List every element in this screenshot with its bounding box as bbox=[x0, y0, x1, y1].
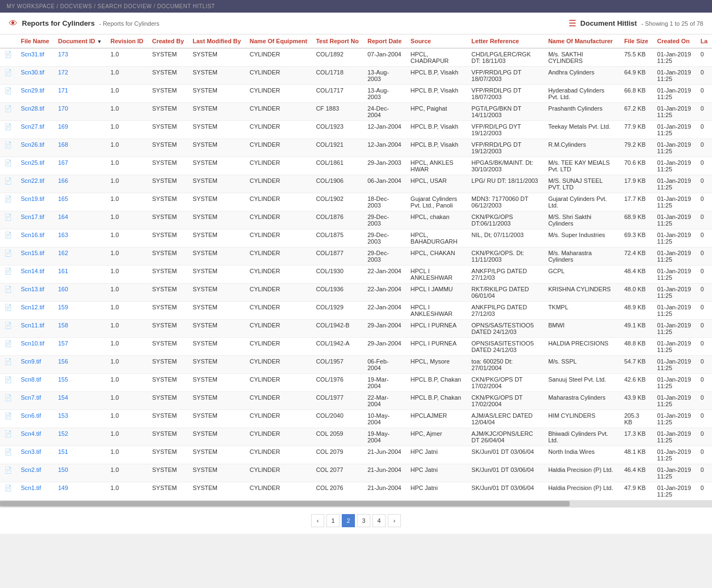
col-revisionid[interactable]: Revision ID bbox=[106, 34, 148, 48]
cell-filename[interactable]: Scn12.tif bbox=[16, 302, 54, 320]
cell-docid[interactable]: 157 bbox=[54, 338, 106, 356]
cell-filesize: 46.4 KB bbox=[620, 464, 653, 482]
cell-filename[interactable]: Scn11.tif bbox=[16, 320, 54, 338]
cell-filename[interactable]: Scn27.tif bbox=[16, 121, 54, 139]
cell-filename[interactable]: Scn9.tif bbox=[16, 356, 54, 374]
cell-docid[interactable]: 156 bbox=[54, 356, 106, 374]
cell-docid[interactable]: 165 bbox=[54, 193, 106, 211]
cell-filename[interactable]: Scn31.tif bbox=[16, 48, 54, 67]
cell-docid[interactable]: 152 bbox=[54, 428, 106, 446]
cell-filename[interactable]: Scn7.tif bbox=[16, 392, 54, 410]
cell-filename[interactable]: Scn19.tif bbox=[16, 193, 54, 211]
cell-filename[interactable]: Scn4.tif bbox=[16, 428, 54, 446]
col-source[interactable]: Source bbox=[406, 34, 467, 48]
cell-createdon: 01-Jan-2019 11:25 bbox=[653, 67, 696, 85]
cell-docid[interactable]: 163 bbox=[54, 229, 106, 247]
cell-filename[interactable]: Scn2.tif bbox=[16, 464, 54, 482]
cell-equipment: CYLINDER bbox=[245, 85, 312, 103]
horizontal-scrollbar[interactable] bbox=[0, 500, 712, 507]
pagination-page-3[interactable]: 3 bbox=[357, 514, 370, 527]
col-la[interactable]: La bbox=[696, 34, 712, 48]
cell-testreportno: COL 2077 bbox=[312, 464, 363, 482]
file-icon: 📄 bbox=[4, 394, 12, 401]
cell-docid[interactable]: 153 bbox=[54, 410, 106, 428]
cell-revisionid: 1.0 bbox=[106, 103, 148, 121]
cell-filename[interactable]: Scn28.tif bbox=[16, 103, 54, 121]
pagination-page-1[interactable]: 1 bbox=[326, 514, 340, 527]
cell-filename[interactable]: Scn22.tif bbox=[16, 175, 54, 193]
cell-docid[interactable]: 160 bbox=[54, 284, 106, 302]
col-reportdate[interactable]: Report Date bbox=[363, 34, 406, 48]
cell-docid[interactable]: 166 bbox=[54, 175, 106, 193]
cell-createdon: 01-Jan-2019 11:25 bbox=[653, 103, 696, 121]
pagination-prev[interactable]: ‹ bbox=[311, 514, 324, 527]
cell-manufacturer: KRISHNA CYLINDERS bbox=[544, 284, 620, 302]
cell-docid[interactable]: 164 bbox=[54, 211, 106, 229]
pagination-page-4[interactable]: 4 bbox=[372, 514, 386, 527]
cell-docid[interactable]: 173 bbox=[54, 48, 106, 67]
cell-equipment: CYLINDER bbox=[245, 482, 312, 500]
cell-docid[interactable]: 149 bbox=[54, 482, 106, 500]
cell-filename[interactable]: Scn16.tif bbox=[16, 229, 54, 247]
col-createdby[interactable]: Created By bbox=[148, 34, 188, 48]
cell-equipment: CYLINDER bbox=[245, 103, 312, 121]
cell-docid[interactable]: 171 bbox=[54, 85, 106, 103]
file-icon: 📄 bbox=[4, 268, 12, 274]
cell-docid[interactable]: 150 bbox=[54, 464, 106, 482]
cell-filename[interactable]: Scn15.tif bbox=[16, 247, 54, 266]
cell-icon: 📄 bbox=[0, 193, 16, 211]
cell-createdon: 01-Jan-2019 11:25 bbox=[653, 157, 696, 175]
cell-filename[interactable]: Scn17.tif bbox=[16, 211, 54, 229]
cell-docid[interactable]: 161 bbox=[54, 266, 106, 284]
cell-docid[interactable]: 172 bbox=[54, 67, 106, 85]
cell-filename[interactable]: Scn26.tif bbox=[16, 139, 54, 157]
cell-filesize: 43.9 KB bbox=[620, 392, 653, 410]
cell-icon: 📄 bbox=[0, 121, 16, 139]
cell-revisionid: 1.0 bbox=[106, 284, 148, 302]
col-manufacturer[interactable]: Name Of Manufacturer bbox=[544, 34, 620, 48]
col-createdon[interactable]: Created On bbox=[653, 34, 696, 48]
col-letterref[interactable]: Letter Reference bbox=[467, 34, 544, 48]
cell-docid[interactable]: 167 bbox=[54, 157, 106, 175]
cell-docid[interactable]: 170 bbox=[54, 103, 106, 121]
breadcrumb-docviews[interactable]: DOCVIEWS bbox=[60, 3, 92, 9]
cell-docid[interactable]: 168 bbox=[54, 139, 106, 157]
cell-createdon: 01-Jan-2019 11:25 bbox=[653, 338, 696, 356]
cell-revisionid: 1.0 bbox=[106, 320, 148, 338]
cell-filesize: 54.7 KB bbox=[620, 356, 653, 374]
cell-filename[interactable]: Scn6.tif bbox=[16, 410, 54, 428]
col-lastmodifiedby[interactable]: Last Modified By bbox=[188, 34, 245, 48]
pagination-next[interactable]: › bbox=[388, 514, 401, 527]
scrollbar-thumb[interactable] bbox=[0, 501, 570, 506]
cell-filename[interactable]: Scn13.tif bbox=[16, 284, 54, 302]
cell-filename[interactable]: Scn25.tif bbox=[16, 157, 54, 175]
cell-filename[interactable]: Scn14.tif bbox=[16, 266, 54, 284]
cell-reportdate: 29-Jan-2004 bbox=[363, 338, 406, 356]
cell-docid[interactable]: 159 bbox=[54, 302, 106, 320]
col-testreportno[interactable]: Test Report No bbox=[312, 34, 363, 48]
cell-la: 0 bbox=[696, 48, 712, 67]
cell-docid[interactable]: 158 bbox=[54, 320, 106, 338]
pagination-page-2[interactable]: 2 bbox=[342, 514, 355, 527]
cell-docid[interactable]: 169 bbox=[54, 121, 106, 139]
cell-filename[interactable]: Scn8.tif bbox=[16, 374, 54, 392]
cell-filename[interactable]: Scn10.tif bbox=[16, 338, 54, 356]
col-equipment[interactable]: Name Of Equipment bbox=[245, 34, 312, 48]
cell-filename[interactable]: Scn30.tif bbox=[16, 67, 54, 85]
col-docid[interactable]: Document ID ▼ bbox=[54, 34, 106, 48]
cell-revisionid: 1.0 bbox=[106, 157, 148, 175]
cell-filename[interactable]: Scn29.tif bbox=[16, 85, 54, 103]
col-filesize[interactable]: File Size bbox=[620, 34, 653, 48]
cell-createdon: 01-Jan-2019 11:25 bbox=[653, 85, 696, 103]
cell-manufacturer: M/s. Maharastra Cylinders bbox=[544, 247, 620, 266]
cell-docid[interactable]: 154 bbox=[54, 392, 106, 410]
breadcrumb-home[interactable]: MY WORKSPACE bbox=[7, 3, 55, 9]
cell-filename[interactable]: Scn1.tif bbox=[16, 482, 54, 500]
cell-docid[interactable]: 155 bbox=[54, 374, 106, 392]
cell-docid[interactable]: 162 bbox=[54, 247, 106, 266]
col-filename[interactable]: File Name bbox=[16, 34, 54, 48]
cell-docid[interactable]: 151 bbox=[54, 446, 106, 464]
breadcrumb-searchdocview[interactable]: SEARCH DOCVIEW bbox=[97, 3, 152, 9]
table-row: 📄Scn15.tif1621.0SYSTEMSYSTEMCYLINDERCOL/… bbox=[0, 247, 712, 266]
cell-filename[interactable]: Scn3.tif bbox=[16, 446, 54, 464]
